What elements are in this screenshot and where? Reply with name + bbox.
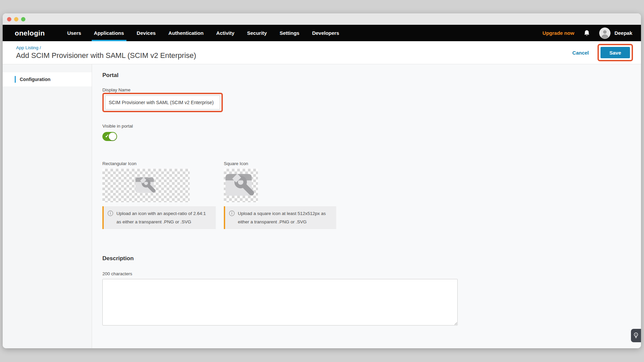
breadcrumb[interactable]: App Listing / [16, 45, 196, 50]
square-icon-upload[interactable] [224, 169, 258, 202]
nav-item-settings[interactable]: Settings [273, 25, 306, 41]
rectangular-icon-label: Rectangular Icon [102, 161, 216, 166]
description-textarea[interactable] [102, 279, 458, 325]
icon-upload-section: Rectangular Icon Upload an icon with an … [102, 161, 641, 229]
app-window-wrench-icon [134, 175, 158, 196]
app-window-wrench-icon [225, 171, 257, 200]
main-content: Portal Display Name Visible in portal ✓ … [92, 64, 641, 348]
rectangular-icon-hint: Upload an icon with an aspect-ratio of 2… [102, 206, 216, 229]
window-close-button[interactable] [7, 17, 11, 21]
nav-item-security[interactable]: Security [241, 25, 273, 41]
browser-window: onelogin Users Applications Devices Auth… [3, 13, 641, 348]
nav-item-applications[interactable]: Applications [88, 25, 130, 41]
display-name-input[interactable] [105, 95, 220, 110]
rectangular-icon-upload[interactable] [102, 169, 190, 202]
rectangular-icon-column: Rectangular Icon Upload an icon with an … [102, 161, 216, 229]
character-count-label: 200 characters [102, 271, 641, 276]
page-header-actions: Cancel Save [572, 44, 633, 61]
visible-in-portal-label: Visible in portal [102, 124, 641, 129]
nav-item-users[interactable]: Users [61, 25, 88, 41]
sidebar-item-configuration[interactable]: Configuration [3, 72, 92, 86]
sidebar: Configuration [3, 64, 92, 348]
notifications-bell-icon[interactable] [583, 29, 590, 37]
sidebar-item-label: Configuration [20, 77, 51, 82]
user-avatar [599, 27, 611, 39]
square-icon-column: Square Icon Upload a square icon at leas… [224, 161, 336, 229]
help-button[interactable] [631, 329, 641, 342]
window-zoom-button[interactable] [21, 17, 25, 21]
page-header-titles: App Listing / Add SCIM Provisioner with … [16, 45, 196, 60]
annotation-box-display-name [102, 93, 223, 112]
page-body: Configuration Portal Display Name Visibl… [3, 64, 641, 348]
lightbulb-icon [633, 332, 639, 339]
square-icon-hint-text: Upload a square icon at least 512x512px … [238, 211, 326, 224]
info-icon [229, 210, 235, 216]
upgrade-now-link[interactable]: Upgrade now [543, 30, 574, 36]
annotation-box-save: Save [597, 44, 633, 61]
nav-items: Users Applications Devices Authenticatio… [61, 25, 346, 41]
page-title: Add SCIM Provisioner with SAML (SCIM v2 … [16, 51, 196, 60]
toggle-knob [109, 133, 116, 140]
info-icon [107, 210, 113, 216]
display-name-label: Display Name [102, 87, 641, 92]
nav-item-authentication[interactable]: Authentication [162, 25, 210, 41]
window-minimize-button[interactable] [14, 17, 18, 21]
toggle-check-icon: ✓ [105, 133, 109, 139]
onelogin-logo[interactable]: onelogin [15, 29, 45, 37]
visible-in-portal-toggle[interactable]: ✓ [102, 132, 117, 141]
save-button[interactable]: Save [601, 47, 630, 58]
user-menu[interactable]: Deepak [599, 27, 632, 39]
nav-item-devices[interactable]: Devices [130, 25, 162, 41]
rectangular-icon-hint-text: Upload an icon with an aspect-ratio of 2… [116, 211, 206, 224]
portal-section-heading: Portal [102, 72, 641, 79]
square-icon-label: Square Icon [224, 161, 336, 166]
square-icon-hint: Upload a square icon at least 512x512px … [224, 206, 336, 229]
nav-item-developers[interactable]: Developers [306, 25, 346, 41]
cancel-button[interactable]: Cancel [572, 50, 589, 56]
user-name: Deepak [615, 30, 632, 36]
top-navbar: onelogin Users Applications Devices Auth… [3, 25, 641, 41]
navbar-right: Upgrade now Deepak [543, 25, 641, 41]
nav-item-activity[interactable]: Activity [210, 25, 241, 41]
page-header: App Listing / Add SCIM Provisioner with … [3, 41, 641, 64]
description-section-heading: Description [102, 255, 641, 262]
window-titlebar [3, 13, 641, 25]
